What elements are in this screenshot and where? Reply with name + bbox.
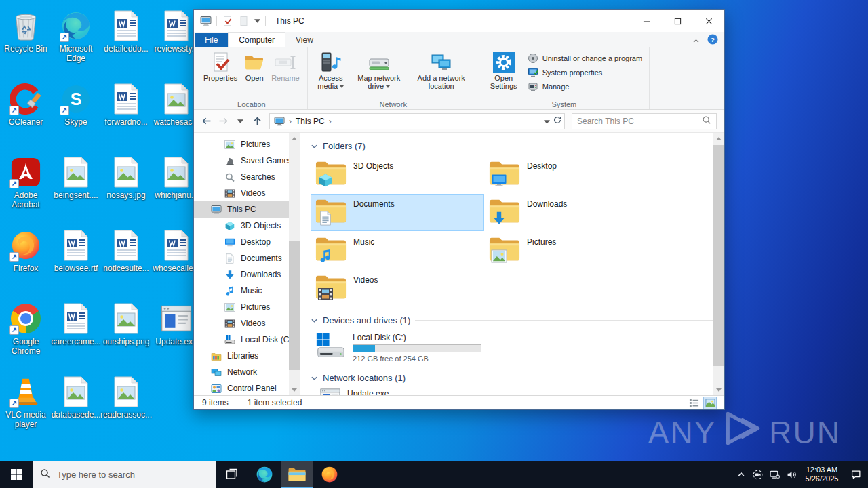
drive-local-disk-c[interactable]: Local Disk (C:) 212 GB free of 254 GB [311,330,713,367]
forward-button[interactable] [216,114,231,129]
address-field[interactable]: › This PC › [269,113,565,129]
desktop-icon-careercame[interactable]: careercame... [52,302,100,346]
task-view-button[interactable] [216,461,248,488]
tab-file[interactable]: File [195,33,228,47]
sidebar-item-searches[interactable]: Searches [194,169,300,185]
ribbon-button-system-properties[interactable]: System properties [526,66,644,79]
desktop-icon-firefox[interactable]: Firefox [1,229,50,273]
recent-locations-dropdown-icon[interactable] [233,114,248,129]
desktop-icon-noticesuite[interactable]: noticesuite... [102,229,151,273]
address-dropdown-icon[interactable] [544,117,550,126]
maximize-button[interactable] [662,10,693,32]
sidebar-item-desktop[interactable]: Desktop [194,234,300,250]
back-button[interactable] [199,114,214,129]
sidebar-item-this-pc[interactable]: This PC [194,201,300,218]
collapse-section-icon[interactable] [311,318,318,323]
properties-quick-icon[interactable] [222,16,233,26]
collapse-ribbon-icon[interactable] [692,36,700,45]
taskbar-search-input[interactable] [57,470,208,480]
ribbon-button-properties[interactable]: Properties [201,49,239,82]
start-button[interactable] [0,461,33,488]
sidebar-item-control-panel[interactable]: Control Panel [194,380,300,395]
desktop-icon-belowsee-rtf[interactable]: belowsee.rtf [52,229,100,273]
collapse-section-icon[interactable] [311,375,318,381]
customize-qat-dropdown-icon[interactable] [254,19,260,23]
desktop-icon-nosays-jpg[interactable]: nosays.jpg [102,156,151,200]
taskbar-file-explorer-button[interactable] [281,461,313,488]
desktop-icon-forwardno[interactable]: forwardno... [102,83,151,127]
new-folder-quick-icon[interactable] [238,16,250,26]
desktop-icon-ourships-png[interactable]: ourships.png [102,302,151,346]
breadcrumb-this-pc[interactable]: This PC [296,117,325,126]
sidebar-item-videos[interactable]: Videos [194,315,300,331]
tray-show-hidden-icons-icon[interactable] [732,461,749,488]
tray-volume-icon[interactable] [783,461,800,488]
minimize-button[interactable] [631,10,662,32]
collapse-section-icon[interactable] [311,144,318,149]
desktop-icon-google-chrome[interactable]: Google Chrome [1,302,50,356]
scrollbar-thumb[interactable] [713,145,724,366]
sidebar-item-music[interactable]: Music [194,283,300,299]
scrollbar-thumb[interactable] [289,241,300,370]
scroll-down-icon[interactable] [289,384,300,395]
tab-view[interactable]: View [285,33,323,47]
close-button[interactable] [693,10,724,32]
desktop-icon-detaileddo[interactable]: detaileddo... [102,9,151,54]
folder-tile-downloads[interactable]: Downloads [484,194,657,231]
tray-meet-now-icon[interactable] [749,461,766,488]
sidebar-item-saved-games[interactable]: Saved Games [194,152,300,169]
content-scrollbar[interactable] [713,133,724,395]
desktop-icon-ccleaner[interactable]: CCleaner [1,83,50,127]
ribbon-button-open-settings[interactable]: Open Settings [485,49,523,90]
sidebar-item-downloads[interactable]: Downloads [194,266,300,283]
ribbon-button-rename[interactable]: Rename [269,49,302,82]
folder-tile-pictures[interactable]: Pictures [484,232,657,269]
ribbon-button-map-network-drive[interactable]: Map network drive [350,49,408,90]
sidebar-item-videos[interactable]: Videos [194,185,300,201]
titlebar[interactable]: This PC [194,10,724,32]
folder-tile-3d-objects[interactable]: 3D Objects [311,156,484,193]
ribbon-button-uninstall-or-change-a-program[interactable]: Uninstall or change a program [526,52,644,64]
taskbar-edge-button[interactable] [248,461,281,488]
sidebar-item-pictures[interactable]: Pictures [194,136,300,152]
sidebar-item-3d-objects[interactable]: 3D Objects [194,218,300,234]
section-network-header[interactable]: Network locations (1) [311,373,713,383]
desktop-icon-adobe-acrobat[interactable]: Adobe Acrobat [1,156,50,209]
sidebar-item-documents[interactable]: Documents [194,250,300,266]
scroll-up-icon[interactable] [713,133,724,144]
taskbar-firefox-button[interactable] [313,461,346,488]
folder-tile-videos[interactable]: Videos [311,270,484,307]
ribbon-button-access-media[interactable]: Access media [313,49,349,90]
desktop-icon-microsoft-edge[interactable]: Microsoft Edge [52,9,100,63]
desktop-icon-vlc-media-player[interactable]: VLC media player [1,375,50,429]
desktop-icon-readerassoc[interactable]: readerassoc... [102,375,151,420]
desktop-icon-skype[interactable]: SSkype [52,83,100,127]
search-input[interactable] [577,117,702,126]
taskbar-clock[interactable]: 12:03 AM 5/26/2025 [800,466,844,483]
section-folders-header[interactable]: Folders (7) [311,141,713,151]
tray-network-icon[interactable] [766,461,783,488]
sidebar-item-local-disk-c[interactable]: Local Disk (C:) [194,331,300,348]
large-icons-view-icon[interactable] [704,397,716,409]
section-devices-header[interactable]: Devices and drives (1) [311,315,713,325]
folder-tile-desktop[interactable]: Desktop [484,156,657,193]
desktop-icon-databasede[interactable]: databasede... [52,375,100,420]
sidebar-item-libraries[interactable]: Libraries [194,348,300,364]
ribbon-button-manage[interactable]: Manage [526,81,644,93]
ribbon-button-add-a-network-location[interactable]: Add a network location [410,49,473,90]
scroll-up-icon[interactable] [289,133,300,144]
refresh-icon[interactable] [553,115,562,127]
action-center-icon[interactable] [844,461,868,488]
ribbon-button-open[interactable]: Open [241,49,268,82]
up-button[interactable] [250,114,264,129]
search-icon[interactable] [702,115,711,127]
sidebar-item-pictures[interactable]: Pictures [194,299,300,315]
scroll-down-icon[interactable] [713,384,724,395]
network-location-update-exe[interactable]: Update.exe [311,388,713,395]
details-view-icon[interactable] [688,397,700,409]
folder-tile-music[interactable]: Music [311,232,484,269]
sidebar-scrollbar[interactable] [289,133,300,395]
desktop-icon-recycle-bin[interactable]: Recycle Bin [1,9,50,54]
sidebar-item-network[interactable]: Network [194,364,300,380]
desktop-icon-beingsent[interactable]: beingsent.... [52,156,100,200]
